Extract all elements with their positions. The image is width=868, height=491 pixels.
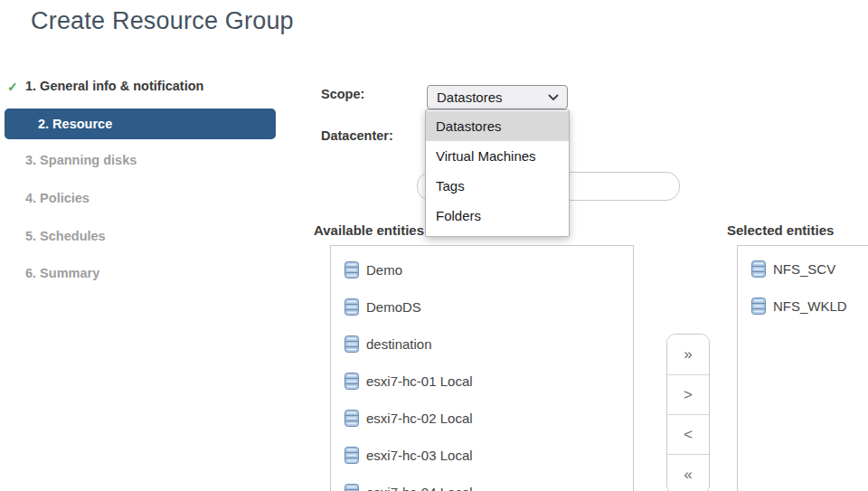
datastore-icon	[344, 261, 359, 279]
entity-name: esxi7-hc-04 Local	[366, 485, 473, 491]
entity-name: esxi7-hc-01 Local	[366, 373, 473, 389]
datastore-icon	[344, 410, 359, 427]
entity-name: DemoDS	[366, 299, 421, 315]
wizard-step-policies[interactable]: 4. Policies	[25, 191, 90, 205]
chevron-down-icon	[548, 94, 559, 101]
datastore-icon	[344, 373, 359, 390]
wizard-step-summary[interactable]: 6. Summary	[25, 266, 99, 280]
datastore-icon	[344, 447, 359, 464]
wizard-step-schedules[interactable]: 5. Schedules	[25, 229, 106, 243]
scope-option-folders[interactable]: Folders	[426, 201, 569, 231]
datacenter-label: Datacenter:	[321, 128, 393, 143]
entity-name: esxi7-hc-02 Local	[366, 411, 473, 426]
add-button[interactable]: >	[667, 374, 709, 414]
add-all-button[interactable]: »	[667, 335, 709, 374]
scope-option-virtual-machines[interactable]: Virtual Machines	[426, 141, 569, 171]
datastore-icon	[751, 297, 766, 315]
available-entity-row[interactable]: esxi7-hc-02 Local	[331, 400, 633, 437]
available-entity-row[interactable]: esxi7-hc-04 Local	[331, 474, 633, 491]
available-entity-row[interactable]: esxi7-hc-01 Local	[331, 363, 633, 400]
available-entities-list: Demo DemoDS destination esxi7-hc-01 Loca…	[330, 245, 634, 491]
available-entity-row[interactable]: Demo	[331, 251, 633, 288]
remove-button[interactable]: <	[667, 414, 709, 454]
scope-label: Scope:	[321, 87, 364, 101]
entity-name: Demo	[366, 262, 402, 278]
selected-entity-row[interactable]: NFS_SCV	[738, 250, 868, 288]
scope-select[interactable]: Datastores	[427, 85, 568, 109]
remove-all-button[interactable]: «	[667, 454, 709, 491]
selected-entity-row[interactable]: NFS_WKLD	[738, 288, 868, 325]
available-entity-row[interactable]: esxi7-hc-03 Local	[331, 437, 633, 474]
step-completed-check-icon: ✓	[7, 80, 18, 94]
wizard-step-resource-label: 2. Resource	[38, 117, 112, 131]
page-title: Create Resource Group	[31, 7, 294, 35]
scope-option-tags[interactable]: Tags	[426, 171, 569, 201]
wizard-step-resource[interactable]: 2. Resource	[5, 109, 276, 139]
entity-name: destination	[366, 336, 432, 352]
entity-name: NFS_WKLD	[773, 298, 847, 314]
entity-name: esxi7-hc-03 Local	[366, 448, 473, 463]
selected-entities-list: NFS_SCV NFS_WKLD	[737, 245, 868, 491]
datastore-icon	[344, 484, 359, 491]
entity-name: NFS_SCV	[773, 261, 835, 277]
datastore-icon	[344, 298, 359, 316]
transfer-buttons: » > < «	[666, 334, 710, 491]
available-entities-label: Available entities	[314, 222, 424, 238]
datastore-icon	[344, 335, 359, 353]
wizard-step-spanning-disks[interactable]: 3. Spanning disks	[25, 153, 137, 167]
wizard-step-general-info[interactable]: 1. General info & notification	[25, 79, 203, 93]
scope-option-datastores[interactable]: Datastores	[426, 111, 569, 141]
selected-entities-label: Selected entities	[727, 222, 834, 238]
available-entity-row[interactable]: DemoDS	[331, 288, 633, 326]
scope-select-value: Datastores	[437, 90, 548, 105]
scope-dropdown-menu: Datastores Virtual Machines Tags Folders	[425, 109, 570, 237]
available-entity-row[interactable]: destination	[331, 326, 633, 363]
datastore-icon	[751, 260, 766, 278]
